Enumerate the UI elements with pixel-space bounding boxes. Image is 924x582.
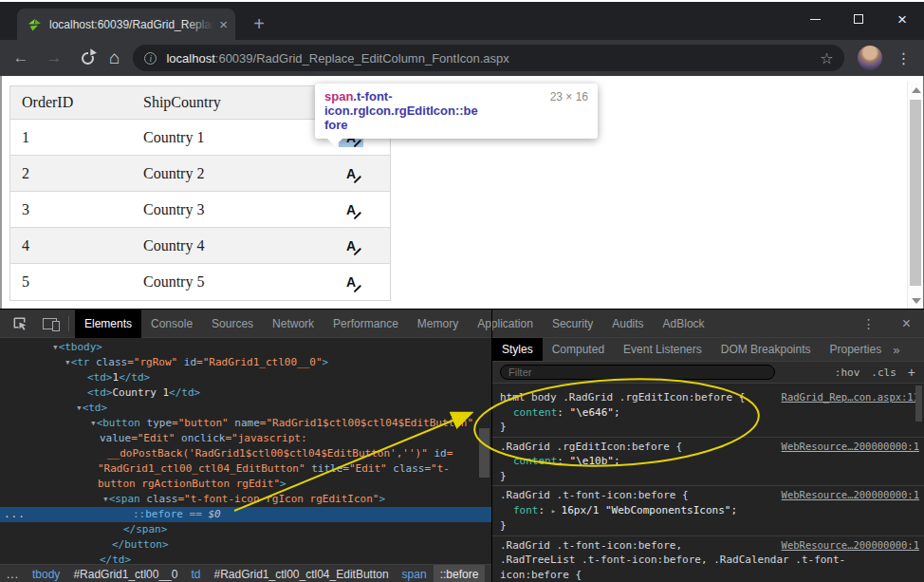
sidebar-more-tabs-icon[interactable]: » [893, 343, 899, 357]
edit-button[interactable]: A [339, 272, 363, 291]
cell-shipcountry: Country 5 [136, 273, 312, 291]
bookmark-star-icon[interactable]: ☆ [820, 49, 833, 67]
table-row: 5Country 5A [10, 264, 390, 300]
window-maximize-button[interactable] [837, 2, 880, 36]
sidebar-tab-styles[interactable]: Styles [492, 338, 543, 362]
window-minimize-button[interactable] [793, 2, 837, 36]
sidebar-tab-properties[interactable]: Properties [820, 338, 891, 362]
stylesheet-link[interactable]: RadGrid_Rep…con.aspx:11 [782, 390, 919, 405]
cell-edit: A [312, 272, 390, 291]
tree-node[interactable]: "RadGrid1_ctl00_ctl04_EditButton" title=… [0, 461, 491, 477]
rule-selector[interactable]: .RadTreeList .t-font-icon:before, .RadCa… [500, 553, 917, 568]
tree-node[interactable]: </span> [0, 522, 491, 537]
sidebar-tab-computed[interactable]: Computed [543, 338, 614, 362]
rule-selector[interactable]: icon:before { [500, 568, 917, 582]
expand-shorthand-icon: ▸ [551, 506, 562, 516]
devtools-tab-network[interactable]: Network [263, 310, 323, 338]
css-property[interactable]: content: "\e10b"; [500, 454, 917, 469]
devtools-tab-sources[interactable]: Sources [202, 310, 263, 338]
more-actions-badge[interactable]: ... [4, 507, 26, 522]
tree-node[interactable]: button rgActionButton rgEdit"> [0, 477, 491, 492]
cell-orderid: 2 [10, 165, 136, 182]
edit-button[interactable]: A [339, 200, 363, 219]
tree-node[interactable]: <td>1</td> [0, 370, 491, 385]
edit-button[interactable]: A [339, 236, 363, 255]
tab-close-icon[interactable]: × [219, 17, 228, 31]
style-rule: WebResource…200000000:1.RadGrid .t-font-… [492, 536, 924, 582]
breadcrumb-tbody[interactable]: tbody [26, 565, 66, 582]
window-controls: × [793, 2, 924, 36]
browser-toolbar: ← → ⌂ i localhost:60039/RadGrid_Replace_… [0, 40, 924, 76]
new-tab-button[interactable]: + [247, 12, 271, 37]
style-rule: WebResource…200000000:1.RadGrid .rgEditI… [492, 438, 924, 487]
browser-menu-icon[interactable]: ⋮ [896, 49, 911, 67]
forward-icon[interactable]: → [42, 48, 66, 67]
url-text[interactable]: localhost:60039/RadGrid_Replace_EditColu… [166, 51, 812, 66]
home-icon[interactable]: ⌂ [109, 47, 120, 68]
browser-tab[interactable]: localhost:60039/RadGrid_Replace × [17, 9, 235, 40]
reload-icon[interactable] [82, 52, 94, 65]
devtools-tab-elements[interactable]: Elements [75, 310, 141, 338]
device-toolbar-icon[interactable] [38, 312, 61, 335]
page-scrollbar[interactable] [907, 82, 923, 309]
sidebar-tab-event-listeners[interactable]: Event Listeners [614, 338, 711, 362]
breadcrumb--radgrid1-ctl00-0[interactable]: #RadGrid1_ctl00__0 [66, 565, 184, 582]
breadcrumb--radgrid1-ctl00-ctl04-editbutton[interactable]: #RadGrid1_ctl00_ctl04_EditButton [207, 565, 395, 582]
styles-scrollbar-thumb[interactable] [915, 385, 922, 422]
pseudo-state-toggle[interactable]: :hov [829, 366, 866, 379]
scroll-down-icon[interactable] [912, 298, 921, 304]
breadcrumb-td[interactable]: td [184, 565, 207, 582]
css-property[interactable]: font: ▸ 16px/1 "WebComponentsIcons"; [500, 503, 917, 519]
back-icon[interactable]: ← [9, 48, 33, 67]
stylesheet-link[interactable]: WebResource…200000000:1 [782, 538, 919, 554]
devtools-tab-performance[interactable]: Performance [323, 310, 408, 338]
page-info-icon[interactable]: i [144, 52, 157, 65]
column-header-orderid: OrderID [10, 94, 136, 111]
style-rules: RadGrid_Rep…con.aspx:11html body .RadGri… [492, 384, 924, 582]
cell-orderid: 1 [10, 129, 136, 146]
edit-icon: A [346, 167, 356, 180]
style-rule: WebResource…200000000:1.RadGrid .t-font-… [492, 486, 924, 536]
devtools-panel: ElementsConsoleSourcesNetworkPerformance… [0, 309, 924, 582]
tree-node[interactable]: ▾<td> [0, 401, 491, 416]
column-header-shipcountry: ShipCountry [136, 94, 312, 111]
table-row: 4Country 4A [10, 228, 390, 264]
cell-edit: A [312, 164, 390, 183]
styles-filter-input[interactable]: Filter [500, 365, 775, 380]
class-toggle[interactable]: .cls [865, 366, 902, 379]
maximize-icon [854, 14, 863, 24]
breadcrumb-span[interactable]: span [396, 565, 434, 582]
tree-node[interactable]: ▾<button type="button" name="RadGrid1$ct… [0, 416, 491, 431]
tree-node[interactable]: <td>Country 1</td> [0, 385, 491, 401]
css-property[interactable]: content: "\e646"; [500, 405, 917, 421]
toolbar-separator [68, 316, 69, 331]
tree-node[interactable]: </td> [0, 553, 491, 564]
styles-sidebar: StylesComputedEvent ListenersDOM Breakpo… [491, 310, 924, 582]
scroll-up-icon[interactable] [912, 87, 921, 93]
tree-node[interactable]: ▾<tr class="rgRow" id="RadGrid1_ctl00__0… [0, 355, 491, 370]
inspect-element-icon[interactable] [8, 312, 30, 335]
telerik-favicon-icon [27, 17, 42, 32]
scrollbar-thumb[interactable] [910, 100, 921, 286]
tree-node[interactable]: __doPostBack('RadGrid1$ctl00$ctl04$EditB… [0, 446, 491, 461]
devtools-tab-console[interactable]: Console [141, 310, 202, 338]
devtools-tab-memory[interactable]: Memory [408, 310, 468, 338]
new-style-rule-button[interactable]: + [902, 365, 924, 380]
tree-node[interactable]: ▾<tbody> [0, 340, 491, 355]
stylesheet-link[interactable]: WebResource…200000000:1 [782, 440, 919, 455]
tree-node-selected[interactable]: ...::before == $0 [0, 507, 491, 522]
tree-node[interactable]: value="Edit" onclick="javascript: [0, 431, 491, 446]
tree-node[interactable]: </button> [0, 537, 491, 553]
tree-node[interactable]: ▾<span class="t-font-icon rgIcon rgEditI… [0, 492, 491, 507]
breadcrumb--before[interactable]: ::before [434, 565, 486, 582]
sidebar-tab-dom-breakpoints[interactable]: DOM Breakpoints [711, 338, 821, 362]
window-close-button[interactable]: × [880, 2, 924, 36]
profile-avatar[interactable] [858, 46, 882, 70]
breadcrumb--[interactable]: ... [0, 565, 26, 582]
elements-scrollbar-thumb[interactable] [479, 428, 490, 478]
stylesheet-link[interactable]: WebResource…200000000:1 [782, 488, 919, 503]
edit-button[interactable]: A [339, 164, 363, 183]
cell-orderid: 5 [10, 273, 136, 291]
address-bar[interactable]: i localhost:60039/RadGrid_Replace_EditCo… [133, 45, 844, 71]
tooltip-selector: span.t-font-icon.rgIcon.rgEditIcon::be [324, 89, 541, 118]
